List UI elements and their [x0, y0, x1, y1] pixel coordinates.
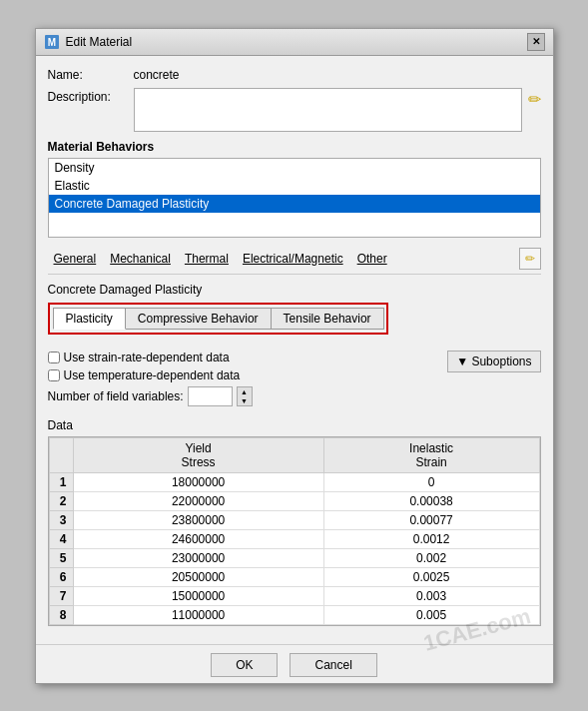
name-row: Name: concrete	[48, 66, 541, 82]
strain-rate-checkbox[interactable]	[48, 352, 60, 363]
spinner-arrows: ▲ ▼	[237, 386, 253, 406]
table-row: 1 18000000 0	[49, 472, 539, 491]
menu-general[interactable]: General	[48, 250, 103, 268]
temperature-checkbox[interactable]	[48, 369, 60, 381]
row-yield-stress[interactable]: 18000000	[73, 472, 323, 491]
row-index: 2	[49, 491, 73, 510]
behavior-elastic[interactable]: Elastic	[49, 177, 540, 195]
dialog-title: Edit Material	[66, 35, 133, 49]
behavior-concrete-damaged-plasticity[interactable]: Concrete Damaged Plasticity	[49, 195, 540, 213]
col-inelastic-strain-header: InelasticStrain	[323, 437, 539, 472]
temperature-label: Use temperature-dependent data	[64, 368, 241, 382]
col-yield-stress-header: YieldStress	[73, 437, 323, 472]
table-row: 6 20500000 0.0025	[49, 567, 539, 586]
strain-rate-label: Use strain-rate-dependent data	[64, 351, 230, 364]
title-bar: M Edit Material ✕	[36, 29, 553, 56]
material-behaviors-label: Material Behaviors	[48, 140, 541, 154]
menu-thermal[interactable]: Thermal	[179, 250, 235, 268]
field-variables-row: Number of field variables: 0 ▲ ▼	[48, 386, 448, 406]
table-row: 8 11000000 0.005	[49, 605, 539, 624]
tab-compressive-behavior[interactable]: Compressive Behavior	[125, 308, 272, 330]
edit-description-icon[interactable]: ✏	[528, 90, 541, 109]
row-yield-stress[interactable]: 23800000	[73, 510, 323, 529]
svg-text:M: M	[47, 37, 55, 48]
dialog-icon: M	[44, 34, 60, 50]
row-inelastic-strain[interactable]: 0	[323, 472, 539, 491]
table-row: 3 23800000 0.00077	[49, 510, 539, 529]
col-index-header	[49, 437, 73, 472]
row-yield-stress[interactable]: 23000000	[73, 548, 323, 567]
row-index: 8	[49, 605, 73, 624]
row-inelastic-strain[interactable]: 0.0012	[323, 529, 539, 548]
data-table: YieldStress InelasticStrain 1 18000000 0…	[49, 437, 540, 625]
menu-mechanical[interactable]: Mechanical	[104, 250, 177, 268]
menu-other[interactable]: Other	[351, 250, 393, 268]
checkboxes-suboptions-row: Use strain-rate-dependent data Use tempe…	[48, 351, 541, 414]
row-inelastic-strain[interactable]: 0.00077	[323, 510, 539, 529]
row-index: 4	[49, 529, 73, 548]
row-yield-stress[interactable]: 22000000	[73, 491, 323, 510]
row-inelastic-strain[interactable]: 0.005	[323, 605, 539, 624]
bottom-buttons: OK Cancel	[36, 644, 553, 683]
field-variables-input[interactable]: 0	[188, 386, 233, 406]
tabs-wrapper: Plasticity Compressive Behavior Tensile …	[48, 303, 388, 335]
spinner-up[interactable]: ▲	[238, 387, 252, 396]
suboptions-button[interactable]: ▼ Suboptions	[447, 351, 540, 372]
table-row: 2 22000000 0.00038	[49, 491, 539, 510]
row-index: 5	[49, 548, 73, 567]
data-section: Data YieldStress InelasticStrain 1 18000…	[48, 418, 541, 626]
behavior-density[interactable]: Density	[49, 159, 540, 177]
strain-rate-row: Use strain-rate-dependent data	[48, 351, 448, 364]
ok-button[interactable]: OK	[211, 653, 278, 677]
row-inelastic-strain[interactable]: 0.003	[323, 586, 539, 605]
row-index: 1	[49, 472, 73, 491]
row-index: 6	[49, 567, 73, 586]
data-label: Data	[48, 418, 541, 432]
description-row: Description: ✏	[48, 88, 541, 132]
tab-tensile-behavior[interactable]: Tensile Behavior	[271, 308, 384, 330]
row-index: 3	[49, 510, 73, 529]
row-index: 7	[49, 586, 73, 605]
edit-material-dialog: M Edit Material ✕ Name: concrete Descrip…	[35, 28, 554, 684]
tab-plasticity[interactable]: Plasticity	[53, 308, 126, 330]
description-label: Description:	[48, 88, 128, 104]
table-row: 7 15000000 0.003	[49, 586, 539, 605]
row-inelastic-strain[interactable]: 0.00038	[323, 491, 539, 510]
name-value: concrete	[134, 66, 180, 82]
field-variables-label: Number of field variables:	[48, 389, 184, 403]
menu-bar: General Mechanical Thermal Electrical/Ma…	[48, 248, 541, 275]
spinner-down[interactable]: ▼	[238, 396, 252, 405]
row-yield-stress[interactable]: 24600000	[73, 529, 323, 548]
name-label: Name:	[48, 66, 128, 82]
close-button[interactable]: ✕	[527, 33, 545, 51]
row-yield-stress[interactable]: 11000000	[73, 605, 323, 624]
table-row: 5 23000000 0.002	[49, 548, 539, 567]
row-inelastic-strain[interactable]: 0.0025	[323, 567, 539, 586]
menu-electrical-magnetic[interactable]: Electrical/Magnetic	[237, 250, 349, 268]
table-row: 4 24600000 0.0012	[49, 529, 539, 548]
temperature-row: Use temperature-dependent data	[48, 368, 448, 382]
cancel-button[interactable]: Cancel	[290, 653, 376, 677]
behaviors-list: Density Elastic Concrete Damaged Plastic…	[48, 158, 541, 238]
options-col: Use strain-rate-dependent data Use tempe…	[48, 351, 448, 414]
subsection-label: Concrete Damaged Plasticity	[48, 283, 541, 297]
row-inelastic-strain[interactable]: 0.002	[323, 548, 539, 567]
data-table-wrapper: YieldStress InelasticStrain 1 18000000 0…	[48, 436, 541, 626]
row-yield-stress[interactable]: 20500000	[73, 567, 323, 586]
title-bar-left: M Edit Material	[44, 34, 133, 50]
row-yield-stress[interactable]: 15000000	[73, 586, 323, 605]
menu-edit-icon[interactable]: ✏	[519, 248, 541, 270]
description-input[interactable]	[134, 88, 522, 132]
